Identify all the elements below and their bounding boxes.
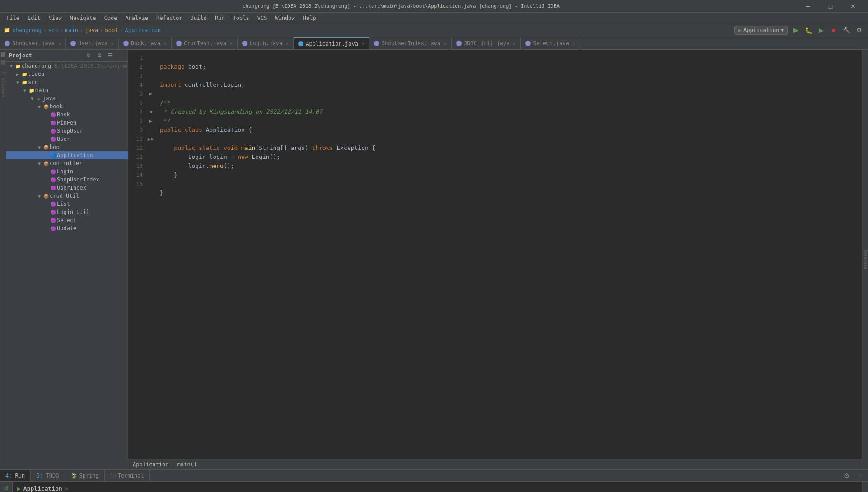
menu-help[interactable]: Help xyxy=(299,14,320,22)
tree-idea[interactable]: ▶ 📁 .idea xyxy=(6,70,128,78)
tab-icon-user xyxy=(70,41,76,46)
nav-java[interactable]: java xyxy=(85,27,98,33)
menu-run[interactable]: Run xyxy=(211,14,229,22)
tree-login-util[interactable]: ▶ 🟣 Login_Util xyxy=(6,208,128,216)
nav-application[interactable]: Application xyxy=(125,27,161,33)
menu-vcs[interactable]: VCS xyxy=(254,14,271,22)
close-button[interactable]: ✕ xyxy=(843,0,863,13)
settings-button[interactable]: ⚙ xyxy=(854,25,864,36)
tree-label-update: Update xyxy=(57,225,76,232)
breadcrumb-main[interactable]: main() xyxy=(177,461,197,468)
code-container[interactable]: 1 2 3 4 5 6 7 8 9 10 11 12 13 14 15 xyxy=(128,50,862,459)
bottom-tab-run[interactable]: 4: Run xyxy=(0,470,31,481)
tab-login[interactable]: Login.java ✕ xyxy=(238,37,294,49)
run-with-coverage-button[interactable]: ▶̈ xyxy=(816,25,826,36)
run-configuration[interactable]: ▶ Application ▼ xyxy=(734,26,788,35)
project-gear-button[interactable]: ☰ xyxy=(106,51,114,60)
tab-jdbc[interactable]: JDBC_Util.java ✕ xyxy=(452,37,521,49)
tree-root[interactable]: ▼ 📁 changrong E:\IDEA 2018.2\changrong xyxy=(6,62,128,70)
run-config-chevron: ▼ xyxy=(781,28,784,32)
debug-button[interactable]: 🐛 xyxy=(803,25,814,36)
console-minimize-button[interactable]: ─ xyxy=(854,470,864,481)
project-sync-button[interactable]: ↻ xyxy=(84,51,93,60)
tree-login[interactable]: ▶ 🟣 Login xyxy=(6,167,128,176)
menu-view[interactable]: View xyxy=(45,14,65,22)
tree-label-book: Book xyxy=(57,111,70,118)
tab-shopuser[interactable]: ShopUser.java ✕ xyxy=(0,37,66,49)
crud-pkg-icon: 📦 xyxy=(42,192,50,200)
tree-user[interactable]: ▶ 🟣 User xyxy=(6,135,128,143)
tab-shopuserindex[interactable]: ShopUserIndex.java ✕ xyxy=(369,37,452,49)
fold-icon-5[interactable]: ▶ xyxy=(146,89,155,98)
tree-list[interactable]: ▶ 🟣 List xyxy=(6,200,128,208)
tab-book[interactable]: Book.java ✕ xyxy=(119,37,172,49)
tree-main[interactable]: ▼ 📁 main xyxy=(6,86,128,94)
tab-close-shopuser[interactable]: ✕ xyxy=(58,41,61,46)
menu-window[interactable]: Window xyxy=(271,14,298,22)
tree-book-class[interactable]: ▶ 🟣 Book xyxy=(6,111,128,119)
project-minimize-button[interactable]: ─ xyxy=(117,51,125,60)
code-editor[interactable]: package boot; import controller.Login; /… xyxy=(155,50,862,459)
tree-boot-pkg[interactable]: ▼ 📦 boot xyxy=(6,143,128,151)
main-folder-icon: 📁 xyxy=(28,87,35,94)
tree-spacer-3: ▶ xyxy=(43,127,50,135)
bottom-tab-todo[interactable]: 6: TODO xyxy=(31,470,65,481)
tree-java[interactable]: ▼ ☕ java xyxy=(6,94,128,102)
nav-changrong[interactable]: changrong xyxy=(12,27,42,33)
tree-userindex[interactable]: ▶ 🟣 UserIndex xyxy=(6,184,128,192)
tab-select[interactable]: Select.java ✕ xyxy=(521,37,580,49)
tree-pinfen[interactable]: ▶ 🟣 PinFen xyxy=(6,119,128,127)
menu-code[interactable]: Code xyxy=(101,14,121,22)
tab-close-user[interactable]: ✕ xyxy=(111,41,114,46)
tab-close-jdbc[interactable]: ✕ xyxy=(513,41,516,46)
run-close-icon[interactable]: ✕ xyxy=(65,484,69,492)
tab-close-book[interactable]: ✕ xyxy=(164,41,167,46)
tab-application[interactable]: Application.java ✕ xyxy=(294,37,369,49)
tree-update[interactable]: ▶ 🟣 Update xyxy=(6,224,128,232)
tree-select[interactable]: ▶ 🟣 Select xyxy=(6,216,128,224)
nav-boot[interactable]: boot xyxy=(105,27,118,33)
menu-file[interactable]: File xyxy=(3,14,23,22)
select-class-icon: 🟣 xyxy=(50,217,57,224)
tab-icon-select xyxy=(525,41,531,46)
tree-shopuser[interactable]: ▶ 🟣 ShopUser xyxy=(6,127,128,135)
bottom-tab-spring[interactable]: 🍃 Spring xyxy=(65,470,105,481)
run-app-icon[interactable]: ▶ xyxy=(17,484,21,492)
tab-icon-application xyxy=(298,41,303,46)
spring-tab-icon: 🍃 xyxy=(70,473,77,479)
menu-navigate[interactable]: Navigate xyxy=(66,14,100,22)
tree-shopuserindex[interactable]: ▶ 🟣 ShopUserIndex xyxy=(6,176,128,184)
tree-crud-pkg[interactable]: ▼ 📦 crud_Util xyxy=(6,192,128,200)
tree-book-pkg[interactable]: ▼ 📦 book xyxy=(6,102,128,111)
run-fold-icons-10[interactable]: ▶ ▶ xyxy=(146,135,155,144)
rerun-button[interactable]: ↺ xyxy=(1,483,11,492)
nav-main[interactable]: main xyxy=(65,27,78,33)
maximize-button[interactable]: □ xyxy=(820,0,841,13)
menu-refactor[interactable]: Refactor xyxy=(153,14,186,22)
tab-close-select[interactable]: ✕ xyxy=(573,41,575,46)
build-button[interactable]: 🔨 xyxy=(841,25,852,36)
minimize-button[interactable]: ─ xyxy=(798,0,818,13)
tab-close-application[interactable]: ✕ xyxy=(362,41,364,46)
stop-button[interactable]: ■ xyxy=(828,25,839,36)
tree-application[interactable]: ▶ 🔵 Application xyxy=(6,151,128,159)
menu-tools[interactable]: Tools xyxy=(229,14,253,22)
tab-crudtest[interactable]: CrudTest.java ✕ xyxy=(172,37,238,49)
fold-icon-7[interactable]: ◀ xyxy=(146,107,155,116)
run-button[interactable]: ▶ xyxy=(790,25,801,36)
project-settings-button[interactable]: ⚙ xyxy=(95,51,103,60)
tab-close-login[interactable]: ✕ xyxy=(286,41,289,46)
run-icon-8[interactable]: ▶ xyxy=(146,116,155,125)
menu-edit[interactable]: Edit xyxy=(24,14,44,22)
menu-analyze[interactable]: Analyze xyxy=(121,14,152,22)
nav-src[interactable]: src xyxy=(48,27,58,33)
menu-build[interactable]: Build xyxy=(187,14,210,22)
tab-user[interactable]: User.java ✕ xyxy=(66,37,119,49)
tree-src[interactable]: ▼ 📁 src xyxy=(6,78,128,86)
console-settings-button[interactable]: ⚙ xyxy=(841,470,852,481)
tab-close-crudtest[interactable]: ✕ xyxy=(230,41,233,46)
bottom-tab-terminal[interactable]: ⬛ Terminal xyxy=(105,470,150,481)
tab-close-shopuserindex[interactable]: ✕ xyxy=(444,41,447,46)
breadcrumb-application[interactable]: Application xyxy=(133,461,168,468)
tree-controller-pkg[interactable]: ▼ 📦 controller xyxy=(6,159,128,167)
